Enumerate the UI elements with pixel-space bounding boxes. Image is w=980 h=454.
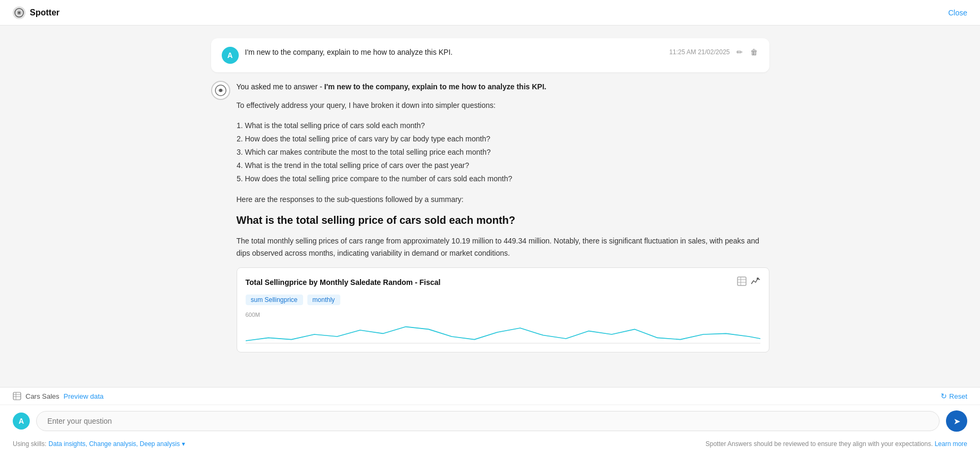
user-message: A I'm new to the company, explain to me …: [211, 38, 769, 72]
chart-icons: [737, 276, 760, 288]
bot-intro: You asked me to answer - I'm new to the …: [237, 81, 769, 93]
chart-area: 600M: [246, 312, 760, 343]
question-input[interactable]: [36, 411, 940, 431]
message-timestamp: 11:25 AM 21/02/2025: [669, 48, 730, 56]
send-button[interactable]: ➤: [946, 410, 967, 432]
chart-svg: [246, 322, 760, 343]
svg-point-2: [18, 12, 20, 14]
disclaimer: Spotter Answers should be reviewed to en…: [706, 440, 967, 448]
chart-baseline: [246, 343, 760, 343]
table-icon: [737, 276, 747, 286]
app-name: Spotter: [30, 8, 60, 18]
bottom-bar: Cars Sales Preview data ↻ Reset A ➤ Usin…: [0, 387, 980, 454]
chart-card: Total Sellingprice by Monthly Saledate R…: [237, 267, 769, 352]
reset-button[interactable]: ↻ Reset: [941, 392, 967, 400]
svg-point-4: [219, 89, 222, 92]
bot-sub-questions: What is the total selling price of cars …: [245, 120, 769, 187]
bold-question: I'm new to the company, explain to me ho…: [324, 82, 547, 91]
disclaimer-text: Spotter Answers should be reviewed to en…: [706, 440, 933, 448]
chart-y-label: 600M: [246, 312, 261, 318]
reset-label: Reset: [949, 392, 967, 400]
close-button[interactable]: Close: [948, 9, 967, 17]
chart-tag-monthly: monthly: [307, 295, 340, 305]
bot-message: You asked me to answer - I'm new to the …: [211, 81, 769, 352]
summary-intro: Here are the responses to the sub-questi…: [237, 195, 769, 204]
user-message-text: I'm new to the company, explain to me ho…: [245, 47, 663, 58]
preview-data-button[interactable]: Preview data: [64, 392, 104, 400]
data-source-left: Cars Sales Preview data: [13, 392, 104, 400]
learn-more-button[interactable]: Learn more: [935, 440, 967, 448]
bot-avatar: [211, 81, 230, 100]
bot-subtext: To effectively address your query, I hav…: [237, 101, 769, 110]
sub-question-3: Which car makes contribute the most to t…: [245, 147, 769, 158]
delete-message-button[interactable]: 🗑: [749, 47, 759, 57]
section-heading: What is the total selling price of cars …: [237, 214, 769, 226]
skills-label: Using skills:: [13, 440, 46, 448]
chart-card-header: Total Sellingprice by Monthly Saledate R…: [246, 276, 760, 288]
user-message-meta: 11:25 AM 21/02/2025 ✏ 🗑: [669, 47, 758, 57]
data-source-bar: Cars Sales Preview data ↻ Reset: [0, 388, 980, 405]
user-avatar: A: [222, 47, 239, 64]
svg-rect-10: [13, 392, 21, 400]
section-body: The total monthly selling prices of cars…: [237, 235, 769, 259]
spotter-logo-icon: [13, 6, 26, 19]
top-nav: Spotter Close: [0, 0, 980, 26]
skills-left: Using skills: Data insights, Change anal…: [13, 440, 185, 448]
svg-point-9: [757, 278, 759, 280]
input-bar: A ➤: [0, 405, 980, 437]
line-chart-icon: [751, 276, 760, 286]
data-source-name: Cars Sales: [26, 392, 60, 400]
table-datasource-icon: [13, 392, 21, 400]
reset-icon: ↻: [941, 392, 947, 400]
edit-message-button[interactable]: ✏: [735, 47, 744, 57]
svg-rect-5: [738, 277, 746, 285]
main-content: A I'm new to the company, explain to me …: [0, 26, 980, 387]
sub-question-1: What is the total selling price of cars …: [245, 120, 769, 131]
send-arrow-icon: ➤: [953, 416, 960, 426]
table-view-button[interactable]: [737, 276, 747, 288]
skills-link[interactable]: Data insights, Change analysis, Deep ana…: [48, 440, 180, 448]
chevron-down-icon: ▾: [182, 440, 185, 448]
sub-question-4: What is the trend in the total selling p…: [245, 160, 769, 171]
chart-title: Total Sellingprice by Monthly Saledate R…: [246, 278, 441, 287]
chat-container: A I'm new to the company, explain to me …: [211, 38, 769, 374]
chart-tag-sum: sum Sellingprice: [246, 295, 303, 305]
logo: Spotter: [13, 6, 60, 19]
input-avatar: A: [13, 413, 30, 430]
chart-tags: sum Sellingprice monthly: [246, 295, 760, 305]
bot-content: You asked me to answer - I'm new to the …: [237, 81, 769, 352]
sub-question-2: How does the total selling price of cars…: [245, 133, 769, 145]
sub-question-5: How does the total selling price compare…: [245, 173, 769, 184]
chart-view-button[interactable]: [751, 276, 760, 288]
skills-bar: Using skills: Data insights, Change anal…: [0, 437, 980, 454]
